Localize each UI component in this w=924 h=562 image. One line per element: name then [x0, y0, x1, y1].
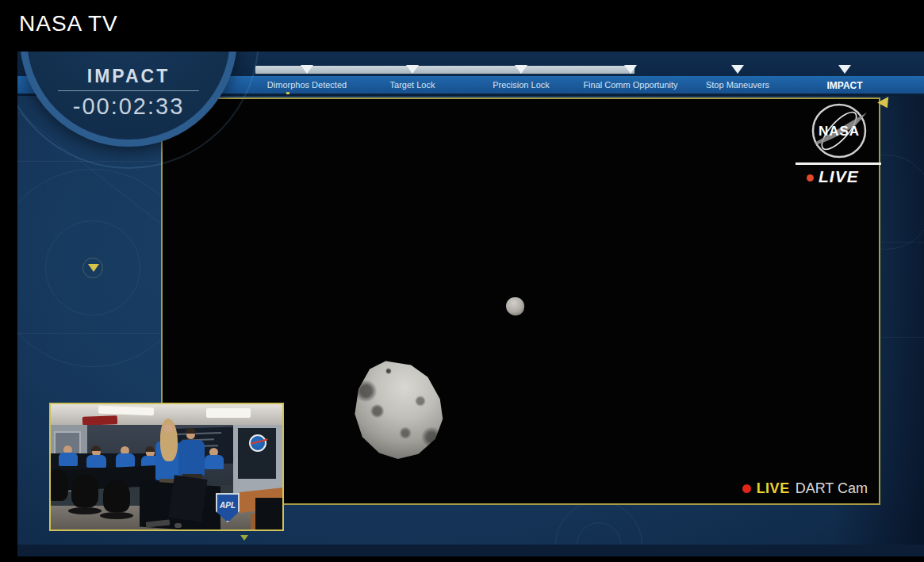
apl-logo-text: APL — [216, 501, 240, 510]
target-pointer-icon — [88, 264, 99, 272]
stage-marker-icon — [838, 65, 851, 74]
live-badge: LIVE — [807, 167, 859, 186]
countdown: IMPACT -00:02:33 — [41, 66, 216, 120]
stage-marker-icon — [624, 65, 637, 74]
stage-label-precision-lock: Precision Lock — [493, 80, 550, 90]
small-asteroid — [506, 297, 524, 315]
ceiling-light — [206, 408, 251, 418]
office-chair — [103, 480, 130, 512]
crew-member — [116, 453, 135, 468]
stage-marker-icon — [301, 65, 313, 74]
mission-control-inset-video: APL — [49, 403, 284, 531]
broadcast-frame: Dimorphos Detected Target Lock Precision… — [17, 52, 924, 556]
live-dot-icon — [807, 174, 814, 182]
wall-red-sign — [82, 415, 117, 426]
monitor-back — [168, 475, 207, 522]
nasa-meatball-logo: NASA — [808, 101, 870, 160]
decorative-line — [17, 333, 162, 334]
stage-label-impact: IMPACT — [826, 80, 862, 91]
crew-member — [86, 455, 106, 468]
live-separator-line — [796, 162, 881, 165]
crew-member — [205, 455, 224, 469]
wall-display-screen — [238, 428, 276, 479]
decorative-line — [882, 242, 924, 243]
stage-label-stop-maneuvers: Stop Maneuvers — [706, 80, 769, 90]
large-asteroid — [353, 359, 447, 459]
camera-name-badge: LIVE DART Cam — [742, 480, 868, 497]
live-label: LIVE — [819, 167, 859, 186]
stage-marker-icon — [731, 65, 744, 74]
stage-marker-icon — [406, 65, 419, 74]
countdown-divider — [58, 90, 199, 91]
office-chair-base — [100, 512, 133, 519]
live-dot-icon — [742, 484, 751, 493]
office-chair-base — [68, 507, 102, 514]
camera-name-label: DART Cam — [796, 480, 868, 497]
standing-man-hair — [186, 428, 196, 434]
stage-label-dimorphos-detected: Dimorphos Detected — [267, 80, 347, 90]
frame-footer-strip — [17, 545, 924, 556]
stage-marker-icon — [515, 65, 527, 74]
equipment-cabinet — [255, 498, 284, 531]
mouse — [174, 523, 182, 528]
small-marker-icon — [240, 535, 248, 541]
standing-woman-face — [163, 424, 173, 433]
svg-text:NASA: NASA — [819, 124, 860, 139]
timeline-tick-dot — [286, 92, 289, 94]
camera-live-label: LIVE — [757, 480, 790, 497]
crew-member-hair — [91, 445, 101, 451]
channel-title: NASA TV — [19, 11, 118, 36]
broadcast-screenshot: NASA TV Dimorphos Detected Target Lock P… — [0, 0, 924, 562]
stage-label-final-comm: Final Comm Opportunity — [583, 80, 677, 90]
crew-member-hair — [145, 446, 155, 452]
crew-member — [59, 453, 78, 466]
stage-label-target-lock: Target Lock — [390, 80, 435, 90]
decorative-line — [882, 337, 924, 338]
standing-man-shirt — [178, 440, 205, 476]
office-chair — [71, 474, 98, 507]
countdown-label: IMPACT — [41, 66, 216, 87]
office-chair — [49, 469, 68, 501]
countdown-timer: -00:02:33 — [41, 94, 216, 120]
